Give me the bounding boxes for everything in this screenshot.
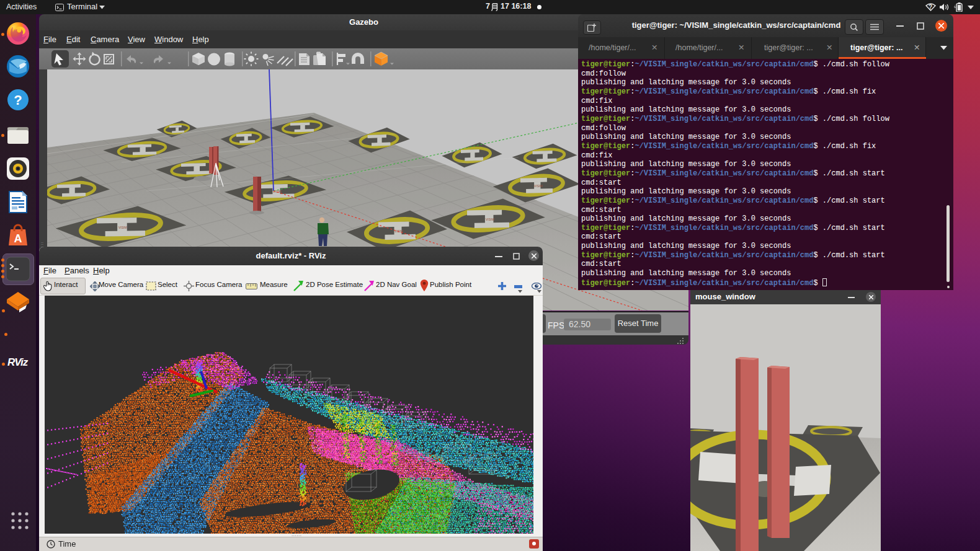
- svg-text:VISIM: VISIM: [486, 218, 494, 221]
- svg-text:?: ?: [14, 92, 22, 108]
- svg-text:VISIM: VISIM: [534, 184, 543, 188]
- svg-text:?: ?: [929, 4, 932, 11]
- svg-text:VISIM: VISIM: [273, 190, 282, 193]
- svg-text:A: A: [14, 232, 22, 245]
- svg-text:VISIM: VISIM: [118, 226, 127, 229]
